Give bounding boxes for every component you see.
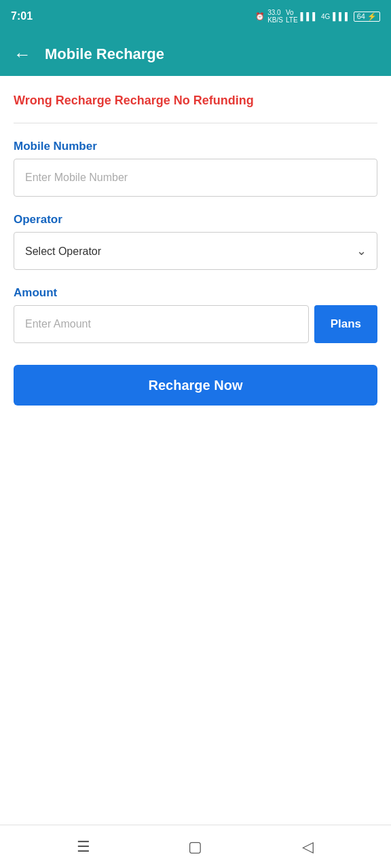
recharge-now-button[interactable]: Recharge Now: [14, 365, 377, 406]
amount-row: Plans: [14, 305, 377, 343]
menu-icon[interactable]: ☰: [67, 831, 100, 863]
header: ← Mobile Recharge: [0, 33, 391, 76]
amount-group: Amount Plans: [14, 286, 377, 343]
4g-icon: 4G: [321, 13, 330, 20]
status-time: 7:01: [11, 10, 33, 22]
amount-label: Amount: [14, 286, 377, 300]
status-right-icons: ⏰ 33.0KB/S VoLTE ▌▌▌ 4G ▌▌▌ 64 ⚡: [255, 9, 380, 24]
mobile-number-input[interactable]: [14, 159, 377, 197]
operator-select-wrapper: Select Operator Jio Airtel Vi BSNL ⌄: [14, 232, 377, 270]
network-speed: 33.0KB/S: [267, 9, 283, 24]
mobile-number-label: Mobile Number: [14, 140, 377, 153]
operator-select[interactable]: Select Operator Jio Airtel Vi BSNL: [14, 232, 377, 270]
status-bar: 7:01 ⏰ 33.0KB/S VoLTE ▌▌▌ 4G ▌▌▌ 64 ⚡: [0, 0, 391, 33]
operator-group: Operator Select Operator Jio Airtel Vi B…: [14, 213, 377, 270]
home-icon[interactable]: ▢: [179, 831, 212, 863]
divider: [14, 123, 377, 123]
alarm-icon: ⏰: [255, 12, 265, 21]
mobile-number-group: Mobile Number: [14, 140, 377, 197]
warning-message: Wrong Recharge Recharge No Refunding: [14, 92, 377, 109]
vo-lte-icon: VoLTE: [286, 9, 298, 24]
amount-input[interactable]: [14, 305, 309, 343]
signal-4g-icon: ▌▌▌: [333, 12, 350, 20]
page-title: Mobile Recharge: [45, 45, 164, 63]
battery-icon: 64 ⚡: [354, 12, 380, 22]
signal-bars-icon: ▌▌▌: [301, 12, 318, 20]
operator-label: Operator: [14, 213, 377, 226]
main-content: Wrong Recharge Recharge No Refunding Mob…: [0, 76, 391, 825]
nav-bar: ☰ ▢ ◁: [0, 825, 391, 868]
plans-button[interactable]: Plans: [314, 305, 377, 343]
back-button[interactable]: ←: [11, 43, 34, 66]
back-nav-icon[interactable]: ◁: [291, 831, 324, 863]
